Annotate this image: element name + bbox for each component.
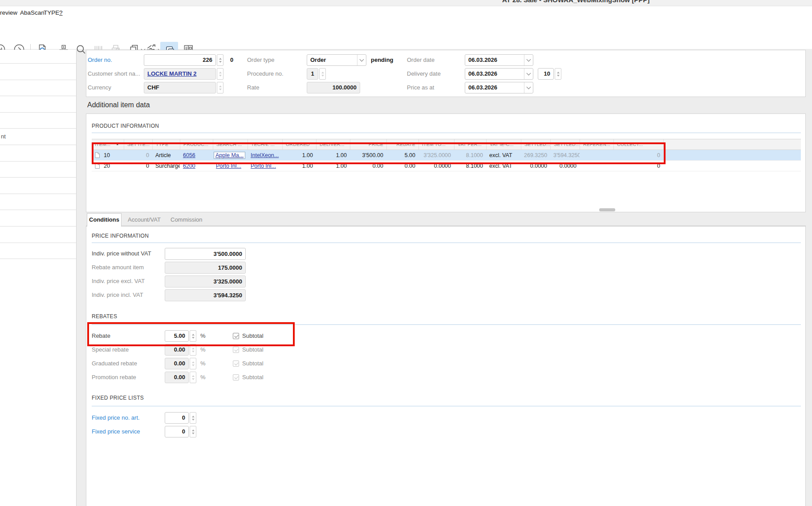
indiv-price-incl-vat-label: Indiv. price incl. VAT (92, 289, 143, 301)
column-header-product[interactable]: PRODUC... (180, 139, 213, 150)
indiv-price-without-vat-input[interactable]: 3'500.0000 (165, 248, 246, 260)
delivery-days-input[interactable]: 10 (538, 68, 554, 80)
product-information-title: PRODUCT INFORMATION (92, 123, 159, 129)
delivery-date-input[interactable]: 06.03.2026 (465, 68, 533, 80)
column-header-settled-2[interactable]: SETTLED... (550, 139, 580, 150)
list-item[interactable] (0, 194, 76, 210)
table-row[interactable]: 10 0 Article 6056 Apple Ma... IntelXeon.… (92, 150, 801, 161)
menu-item-type[interactable]: TYPE (44, 6, 59, 20)
section-underline (92, 243, 801, 243)
list-item[interactable] (0, 227, 76, 243)
fixed-price-service-stepper[interactable] (190, 426, 196, 437)
column-header-delivered[interactable]: DELIVER... (316, 139, 350, 150)
fixed-price-service-label[interactable]: Fixed price service (92, 426, 140, 437)
procedure-no-field[interactable]: 1 (307, 68, 318, 80)
list-item[interactable] (0, 162, 76, 178)
order-type-select[interactable]: Order (307, 54, 366, 66)
column-header-vat-percent[interactable]: VAT PER... (454, 139, 486, 150)
list-item[interactable] (0, 243, 76, 259)
menu-item-preview[interactable]: review (0, 6, 17, 20)
column-header-item[interactable]: ITEM...▲ (92, 139, 124, 150)
menu-item-abascan[interactable]: AbaScan (20, 6, 45, 20)
table-row[interactable]: 20 0 Surcharge 6200 Porto Inl... Porto I… (92, 161, 801, 171)
technical-link[interactable]: IntelXeon... (251, 152, 279, 158)
column-header-type[interactable]: TYPE (152, 139, 180, 150)
sort-ascending-icon: ▲ (116, 142, 119, 146)
column-header-item-total[interactable]: ITEM TO... (418, 139, 454, 150)
search-term-link[interactable]: Apple Ma... (215, 152, 244, 158)
currency-field[interactable]: CHF (144, 82, 216, 93)
product-table-header: ITEM...▲ SET ITE... TYPE PRODUC... SEARC… (92, 139, 801, 150)
graduated-rebate-label: Graduated rebate (92, 358, 137, 369)
rebate-subtotal-checkbox[interactable] (233, 333, 239, 339)
column-header-reference[interactable]: REFEREN... (580, 139, 613, 150)
list-item[interactable] (0, 113, 76, 129)
price-as-at-input[interactable]: 06.03.2026 (465, 82, 533, 93)
technical-link[interactable]: Porto Inl... (251, 163, 276, 169)
list-item[interactable] (0, 50, 76, 64)
graduated-rebate-field: 0.00 (165, 358, 189, 369)
list-item[interactable] (0, 80, 76, 97)
column-header-price[interactable]: PRICE (350, 139, 386, 150)
list-item[interactable] (0, 145, 76, 162)
customer-link[interactable]: LOCKE MARTIN 2 (147, 70, 197, 77)
customer-short-name-label: Customer short na... (88, 68, 140, 80)
procedure-no-stepper[interactable] (319, 68, 326, 80)
order-date-input[interactable]: 06.03.2026 (465, 54, 533, 66)
chevron-down-icon[interactable] (524, 69, 533, 79)
order-type-label: Order type (247, 54, 274, 66)
chevron-down-icon[interactable] (357, 55, 366, 65)
rebates-title: REBATES (92, 313, 117, 320)
promotion-rebate-field: 0.00 (165, 372, 189, 383)
list-item[interactable]: nt (0, 129, 76, 145)
rebate-stepper[interactable] (190, 330, 196, 342)
fixed-price-service-input[interactable]: 0 (165, 426, 189, 437)
currency-stepper[interactable] (217, 82, 223, 93)
order-no-stepper[interactable] (217, 54, 223, 66)
list-item[interactable] (0, 96, 76, 113)
column-header-technical[interactable]: TECHN. ... (248, 139, 282, 150)
delivery-days-stepper[interactable] (555, 68, 561, 80)
fixed-price-no-art-label[interactable]: Fixed price no. art. (92, 412, 140, 424)
tab-conditions[interactable]: Conditions (87, 213, 122, 227)
column-header-vat-code[interactable]: VAT IE-C... (486, 139, 521, 150)
section-underline (92, 324, 801, 325)
price-as-at-label: Price as at (407, 82, 434, 93)
customer-short-name-field[interactable]: LOCKE MARTIN 2 (144, 68, 216, 80)
percent-sign: % (200, 344, 206, 356)
rebate-amount-item-label: Rebate amount item (92, 262, 144, 273)
column-header-search[interactable]: SEARCH ... (213, 139, 248, 150)
rebate-input[interactable]: 5.00 (165, 330, 189, 342)
product-link[interactable]: 6200 (183, 163, 195, 169)
column-header-ordered[interactable]: ORDERED (282, 139, 316, 150)
promotion-rebate-subtotal-checkbox (233, 374, 239, 381)
tab-account-vat[interactable]: Account/VAT (128, 213, 161, 227)
column-header-settled-1[interactable]: SETTLED... (521, 139, 550, 150)
section-underline (92, 406, 801, 406)
search-term-link[interactable]: Porto Inl... (216, 163, 241, 169)
chevron-down-icon[interactable] (524, 55, 533, 65)
customer-stepper[interactable] (217, 68, 223, 80)
conditions-panel: PRICE INFORMATION Indiv. price without V… (86, 226, 806, 506)
column-header-set-item[interactable]: SET ITE... (124, 139, 152, 150)
indiv-price-excl-vat-label: Indiv. price excl. VAT (92, 275, 145, 287)
column-header-collective[interactable]: COLLECT... (613, 139, 663, 150)
search-icon[interactable] (75, 44, 87, 55)
fixed-price-no-art-input[interactable]: 0 (165, 412, 189, 424)
list-item[interactable] (0, 178, 76, 194)
menu-item-help[interactable]: ? (59, 6, 63, 20)
order-no-input[interactable]: 226 (144, 54, 216, 66)
column-header-rebate[interactable]: REBATE (386, 139, 418, 150)
list-item[interactable] (0, 64, 76, 80)
list-item[interactable] (0, 210, 76, 227)
product-link[interactable]: 6056 (183, 152, 195, 158)
rate-field[interactable]: 100.0000 (307, 82, 360, 93)
fixed-price-no-art-stepper[interactable] (190, 412, 196, 424)
chevron-down-icon[interactable] (524, 82, 533, 93)
order-no-suffix: 0 (230, 54, 233, 66)
left-list-panel: nt (0, 50, 77, 506)
toolbar: Selected Edited New selection (0, 20, 812, 49)
splitter-handle[interactable] (599, 208, 615, 211)
tab-commission[interactable]: Commission (171, 213, 203, 227)
order-status: pending (371, 54, 394, 66)
